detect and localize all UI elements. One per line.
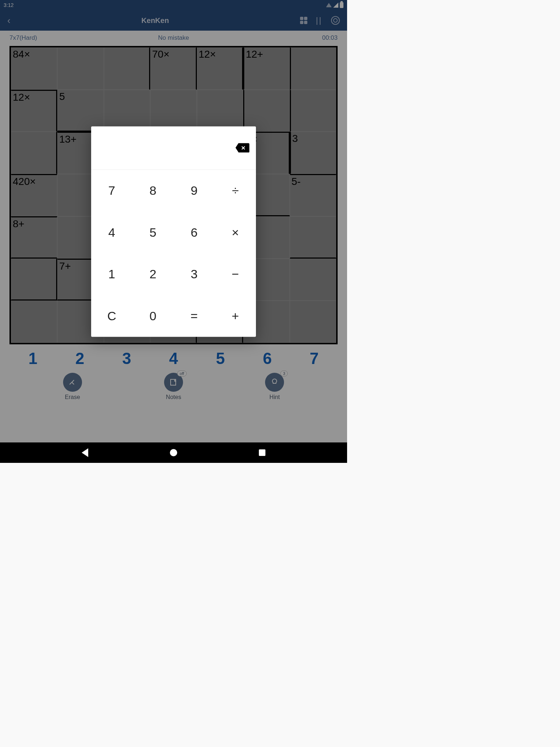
nav-back-button[interactable] [82,448,88,457]
calc-key-0[interactable]: 0 [132,295,174,337]
calc-key-2[interactable]: 2 [132,253,174,295]
calc-key-9[interactable]: 9 [174,170,215,212]
calc-key-8[interactable]: 8 [132,170,174,212]
calc-key-÷[interactable]: ÷ [215,170,256,212]
calc-key-=[interactable]: = [174,295,215,337]
calc-key-3[interactable]: 3 [174,253,215,295]
system-nav-bar [0,442,347,463]
calc-key-C[interactable]: C [91,295,132,337]
calculator-display: ✕ [91,126,256,170]
calc-key-5[interactable]: 5 [132,212,174,253]
device-frame: 3:12 ‹ KenKen || 7x7(Hard) No mistake 00… [0,0,347,463]
calc-key-−[interactable]: − [215,253,256,295]
calc-key-4[interactable]: 4 [91,212,132,253]
calc-key-6[interactable]: 6 [174,212,215,253]
calc-key-7[interactable]: 7 [91,170,132,212]
calc-key-1[interactable]: 1 [91,253,132,295]
nav-recent-button[interactable] [259,449,265,456]
calculator-keypad: 789÷456×123−C0=+ [91,170,256,337]
nav-home-button[interactable] [170,449,177,456]
backspace-button[interactable]: ✕ [236,143,249,152]
calculator-dialog: ✕ 789÷456×123−C0=+ [91,126,256,337]
calc-key-×[interactable]: × [215,212,256,253]
calc-key-+[interactable]: + [215,295,256,337]
